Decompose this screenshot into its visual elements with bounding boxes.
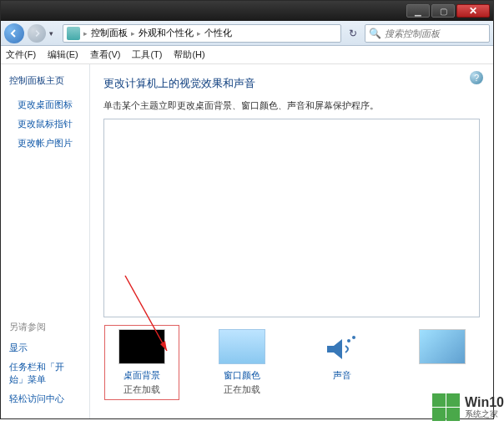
chevron-right-icon: ▸ <box>131 29 135 38</box>
bottom-row: 桌面背景 正在加载 窗口颜色 正在加载 <box>103 329 480 400</box>
windows-logo-icon <box>431 393 460 421</box>
sidebar-link-account-picture[interactable]: 更改帐户图片 <box>18 137 81 150</box>
desktop-background-thumb <box>118 329 165 364</box>
navbar: ▾ ▸ 控制面板 ▸ 外观和个性化 ▸ 个性化 ↻ 🔍 <box>1 21 493 46</box>
search-icon: 🔍 <box>369 28 381 39</box>
minimize-button[interactable]: ▁ <box>406 4 430 18</box>
item-label: 声音 <box>305 369 380 382</box>
menu-help[interactable]: 帮助(H) <box>174 48 204 61</box>
history-dropdown[interactable]: ▾ <box>49 29 59 38</box>
watermark: Win10 系统之家 <box>431 393 504 421</box>
watermark-text: Win10 系统之家 <box>465 395 504 419</box>
item-screensaver[interactable] <box>405 329 480 400</box>
theme-list[interactable] <box>103 119 480 317</box>
item-sounds[interactable]: 声音 <box>305 329 380 400</box>
svg-point-0 <box>347 339 350 342</box>
see-also-ease[interactable]: 轻松访问中心 <box>9 393 81 405</box>
help-icon[interactable]: ? <box>470 71 483 84</box>
search-input[interactable] <box>385 28 486 38</box>
window-color-thumb <box>219 329 265 364</box>
search-box[interactable]: 🔍 <box>365 24 490 43</box>
chevron-right-icon: ▸ <box>83 29 88 38</box>
back-button[interactable] <box>4 23 24 43</box>
menu-file[interactable]: 文件(F) <box>6 48 36 61</box>
item-status: 正在加载 <box>108 383 175 396</box>
sidebar-home[interactable]: 控制面板主页 <box>9 74 81 87</box>
breadcrumb-item[interactable]: 个性化 <box>204 27 232 39</box>
page-subtitle: 单击某个主题立即更改桌面背景、窗口颜色、声音和屏幕保护程序。 <box>103 99 480 112</box>
sidebar: 控制面板主页 更改桌面图标 更改鼠标指针 更改帐户图片 另请参阅 显示 任务栏和… <box>1 64 90 418</box>
sidebar-link-desktop-icons[interactable]: 更改桌面图标 <box>18 99 81 111</box>
menu-edit[interactable]: 编辑(E) <box>48 48 78 61</box>
speaker-icon <box>319 329 365 364</box>
see-also-display[interactable]: 显示 <box>9 342 81 354</box>
item-status: 正在加载 <box>204 383 280 396</box>
menubar: 文件(F) 编辑(E) 查看(V) 工具(T) 帮助(H) <box>1 46 493 64</box>
close-button[interactable]: ✕ <box>456 4 490 18</box>
body: 控制面板主页 更改桌面图标 更改鼠标指针 更改帐户图片 另请参阅 显示 任务栏和… <box>1 64 493 418</box>
page-title: 更改计算机上的视觉效果和声音 <box>103 76 480 91</box>
item-desktop-background[interactable]: 桌面背景 正在加载 <box>104 325 179 400</box>
see-also-taskbar[interactable]: 任务栏和「开始」菜单 <box>9 361 81 386</box>
menu-tools[interactable]: 工具(T) <box>132 48 162 61</box>
svg-point-1 <box>352 336 355 339</box>
titlebar: ▁ ▢ ✕ <box>1 1 493 21</box>
menu-view[interactable]: 查看(V) <box>90 48 121 61</box>
item-label: 窗口颜色 <box>204 369 280 382</box>
maximize-button[interactable]: ▢ <box>431 4 455 18</box>
chevron-right-icon: ▸ <box>197 29 201 38</box>
control-panel-icon <box>67 27 80 40</box>
forward-button[interactable] <box>28 24 46 43</box>
item-label: 桌面背景 <box>108 369 175 382</box>
sounds-thumb <box>319 329 365 364</box>
screensaver-thumb <box>419 329 466 364</box>
sidebar-link-mouse-pointer[interactable]: 更改鼠标指针 <box>18 118 81 130</box>
content: ? 更改计算机上的视觉效果和声音 单击某个主题立即更改桌面背景、窗口颜色、声音和… <box>90 64 493 418</box>
arrow-left-icon <box>9 28 19 38</box>
see-also-heading: 另请参阅 <box>9 321 81 333</box>
item-window-color[interactable]: 窗口颜色 正在加载 <box>204 329 280 400</box>
breadcrumb-item[interactable]: 控制面板 <box>91 27 128 39</box>
breadcrumb[interactable]: ▸ 控制面板 ▸ 外观和个性化 ▸ 个性化 <box>63 24 341 43</box>
refresh-button[interactable]: ↻ <box>345 28 361 39</box>
arrow-right-icon <box>33 29 41 38</box>
control-panel-window: ▁ ▢ ✕ ▾ ▸ 控制面板 ▸ 外观和个性化 ▸ 个性化 ↻ 🔍 文件(F) … <box>0 0 494 419</box>
breadcrumb-item[interactable]: 外观和个性化 <box>139 27 194 39</box>
